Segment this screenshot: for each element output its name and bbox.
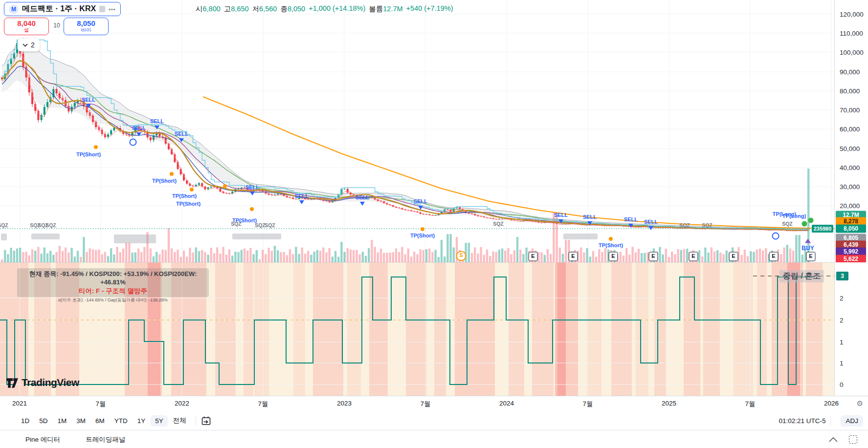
pine-editor-button[interactable]: Pine 에디터 <box>25 435 60 444</box>
range-1y[interactable]: 1Y <box>133 415 150 427</box>
session-clock[interactable]: 01:02:21 UTC-5 <box>779 417 825 425</box>
gear-icon[interactable]: ⚙ <box>857 399 863 408</box>
go-to-date-icon[interactable] <box>201 416 211 426</box>
overlay-alpha-line: α(지수 초과): -144.65% / Gap(동일가중 대비): -138.… <box>17 297 209 303</box>
range-ytd[interactable]: YTD <box>110 415 132 427</box>
price-axis[interactable]: 120,000110,000100,00090,00080,00070,0006… <box>834 0 868 396</box>
time-tick: 7월 <box>95 400 106 408</box>
time-tick: 7월 <box>420 400 430 408</box>
symbol-title: 메드팩토 · 1주 · KRX <box>22 4 96 14</box>
change-value: +1,000 (+14.18%) <box>309 4 365 14</box>
time-tick: 2026 <box>824 400 839 407</box>
bar-countdown: 235980 <box>812 225 833 233</box>
volume-value: 12.7M <box>383 5 402 13</box>
sub-tick: 2 <box>840 317 844 324</box>
buy-label: 바이 <box>64 27 108 33</box>
tradingview-logo-icon <box>6 376 19 389</box>
range-1m[interactable]: 1M <box>53 415 71 427</box>
time-tick: 7월 <box>745 400 755 408</box>
sell-label: 셀 <box>4 27 48 33</box>
price-chart-canvas[interactable] <box>0 0 834 396</box>
open-label: 시 <box>196 5 203 13</box>
time-tick: 2025 <box>662 400 676 407</box>
sub-tick: 2 <box>840 295 844 302</box>
sell-price: 8,040 <box>4 19 48 27</box>
time-tick: 2024 <box>499 400 514 407</box>
tradingview-watermark: TradingView <box>6 376 79 389</box>
time-tick: 7월 <box>258 400 268 408</box>
sub-tick: 0 <box>840 381 844 388</box>
ohlc-row: 시6,800 고8,650 저6,560 종8,050 +1,000 (+14.… <box>196 4 453 14</box>
adj-toggle[interactable]: ADJ <box>841 415 863 427</box>
bottom-toolbar: 1D 5D 1M 3M 6M YTD 1Y 5Y 전체 01:02:21 UTC… <box>0 412 868 429</box>
range-selector: 1D 5D 1M 3M 6M YTD 1Y 5Y 전체 <box>17 414 191 427</box>
flag-icon[interactable] <box>99 6 105 12</box>
time-tick: 2023 <box>337 400 352 407</box>
time-tick: 7월 <box>582 400 593 408</box>
trading-panel-button[interactable]: 트레이딩패널 <box>86 435 125 444</box>
range-5y[interactable]: 5Y <box>151 415 168 427</box>
chevron-down-icon <box>22 43 28 47</box>
sell-button[interactable]: 8,040 셀 <box>4 18 49 35</box>
spread-value: 10 <box>51 22 63 29</box>
watermark-text: TradingView <box>22 377 79 388</box>
overlay-performance-line: 현재 종목: -91.45% / KOSPI200: +53.19% / KOS… <box>17 270 209 286</box>
open-value: 6,800 <box>203 5 221 13</box>
low-value: 6,560 <box>259 5 277 13</box>
range-3m[interactable]: 3M <box>72 415 90 427</box>
sub-tick: 1 <box>840 360 844 367</box>
range-6m[interactable]: 6M <box>91 415 109 427</box>
high-label: 고 <box>224 5 231 13</box>
time-tick: 2021 <box>12 400 27 407</box>
low-label: 저 <box>252 5 260 13</box>
buy-price: 8,050 <box>64 19 108 27</box>
high-value: 8,650 <box>231 5 248 13</box>
tradingview-chart-app: { "header": { "symbol": {"logo": "M", "t… <box>0 0 868 448</box>
maximize-icon[interactable] <box>849 435 857 444</box>
close-label: 종 <box>280 5 288 13</box>
toolbar-divider <box>830 416 831 426</box>
sub-panel-value-badge: 3 <box>836 272 848 280</box>
more-icon[interactable]: ••• <box>109 6 116 12</box>
performance-overlay: 현재 종목: -91.45% / KOSPI200: +53.19% / KOS… <box>17 268 209 297</box>
price-badge: 5,622 <box>836 255 866 263</box>
price-badge: 8,050 <box>836 225 866 233</box>
collapse-count: 2 <box>31 41 35 49</box>
regime-label: 중립 / 혼조 <box>779 270 824 282</box>
sub-tick: 1 <box>840 339 844 346</box>
time-tick: 2022 <box>175 400 189 407</box>
status-bar: Pine 에디터 트레이딩패널 <box>0 430 868 448</box>
toolbar-divider <box>196 416 196 426</box>
chevron-up-icon[interactable] <box>828 436 838 443</box>
volume-change: +540 (+7.19%) <box>406 4 453 14</box>
buy-button[interactable]: 8,050 바이 <box>64 18 109 35</box>
object-tree-collapse-chip[interactable]: 2 <box>18 39 40 51</box>
time-axis[interactable]: 20217월20227월20237월20247월20257월2026 ⚙ <box>0 396 868 412</box>
symbol-logo: M <box>9 4 19 14</box>
symbol-info-box[interactable]: M 메드팩토 · 1주 · KRX ••• <box>4 2 121 16</box>
close-value: 8,050 <box>288 5 305 13</box>
range-1d[interactable]: 1D <box>17 415 34 427</box>
range-5d[interactable]: 5D <box>35 415 52 427</box>
range-all[interactable]: 전체 <box>169 414 191 427</box>
volume-label: 볼륨 <box>369 5 383 13</box>
overlay-tier-line: 티어: F - 구조적 멸망주 <box>17 287 209 296</box>
